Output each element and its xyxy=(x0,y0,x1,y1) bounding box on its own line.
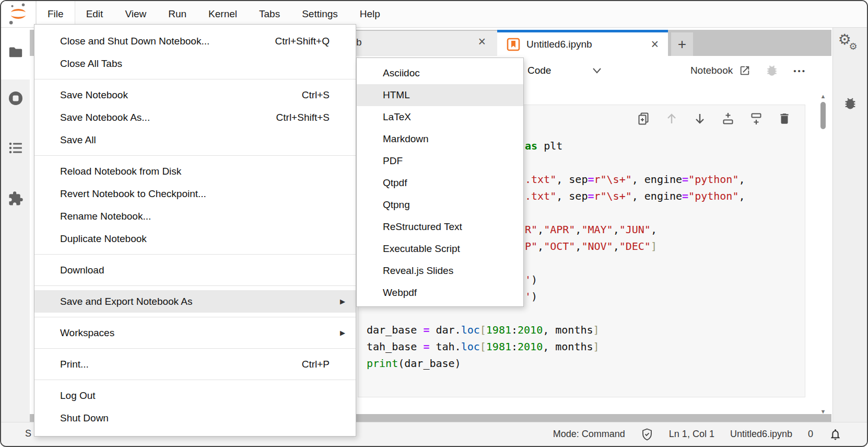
menu-separator xyxy=(34,155,356,156)
jupyterlab-window: b × Untitled6.ipynb × + Code Notebook xyxy=(0,0,868,447)
menu-item[interactable]: Log Out xyxy=(34,384,356,407)
menu-item-html[interactable]: HTML xyxy=(357,84,523,106)
menu-item-qtpdf[interactable]: Qtpdf xyxy=(357,172,523,194)
export-submenu: Asciidoc HTML LaTeX Markdown PDF Qtpdf Q… xyxy=(356,58,524,307)
kernel-status-shield-icon[interactable] xyxy=(641,428,653,441)
notebook-file-icon xyxy=(507,38,520,51)
scroll-down-icon[interactable]: ▼ xyxy=(819,409,827,415)
cell-type-dropdown[interactable]: Code xyxy=(527,56,602,85)
table-of-contents-icon[interactable] xyxy=(7,141,24,155)
left-sidebar xyxy=(1,27,30,425)
duplicate-cell-icon[interactable] xyxy=(637,112,650,125)
close-icon[interactable]: × xyxy=(651,38,659,51)
menu-separator xyxy=(34,79,356,79)
menu-item-pdf[interactable]: PDF xyxy=(357,150,523,172)
cell-type-value: Code xyxy=(527,65,551,76)
jupyter-logo xyxy=(1,1,36,27)
menu-run[interactable]: Run xyxy=(157,1,197,27)
running-kernels-icon[interactable] xyxy=(7,90,24,107)
submenu-arrow-icon: ▶ xyxy=(340,329,345,337)
menu-kernel[interactable]: Kernel xyxy=(197,1,248,27)
shortcut: Ctrl+Shift+Q xyxy=(275,36,330,47)
menu-file[interactable]: File xyxy=(36,1,75,27)
menu-item[interactable]: Rename Notebook... xyxy=(34,205,356,227)
tab-label: Untitled6.ipynb xyxy=(526,39,592,50)
menu-item-revealjs-slides[interactable]: Reveal.js Slides xyxy=(357,260,523,282)
menu-item[interactable]: Reload Notebook from Disk xyxy=(34,160,356,182)
submenu-arrow-icon: ▶ xyxy=(340,297,345,305)
bell-icon[interactable] xyxy=(829,428,842,441)
shortcut: Ctrl+P xyxy=(302,359,330,370)
menu-separator xyxy=(34,380,356,380)
menu-item[interactable]: Duplicate Notebook xyxy=(34,227,356,250)
menu-item[interactable]: Close All Tabs xyxy=(34,52,356,75)
shortcut: Ctrl+S xyxy=(302,89,330,101)
menu-item-executable-script[interactable]: Executable Script xyxy=(357,238,523,260)
menu-help[interactable]: Help xyxy=(349,1,391,27)
move-cell-down-icon[interactable] xyxy=(693,112,707,125)
insert-cell-above-icon[interactable] xyxy=(721,112,735,125)
menu-item-qtpng[interactable]: Qtpng xyxy=(357,194,523,216)
scroll-up-icon[interactable]: ▲ xyxy=(819,94,827,99)
menu-settings[interactable]: Settings xyxy=(291,1,349,27)
simple-mode-label-fragment[interactable]: S xyxy=(25,428,31,439)
cursor-position[interactable]: Ln 1, Col 1 xyxy=(669,429,714,440)
menu-separator xyxy=(34,285,356,286)
scrollbar-thumb[interactable] xyxy=(820,102,826,129)
menu-item[interactable]: Print... Ctrl+P xyxy=(34,353,356,375)
menu-view[interactable]: View xyxy=(114,1,157,27)
notebook-scrollbar[interactable]: ▲ ▼ xyxy=(819,93,827,416)
menu-item-restructured-text[interactable]: ReStructured Text xyxy=(357,216,523,238)
insert-cell-below-icon[interactable] xyxy=(749,112,763,125)
menu-item[interactable]: Workspaces ▶ xyxy=(34,322,356,344)
status-filename: Untitled6.ipynb xyxy=(730,429,792,440)
open-in-jupyter-notebook-button[interactable]: Notebook xyxy=(690,65,750,76)
extension-manager-icon[interactable] xyxy=(8,191,24,207)
debugger-icon[interactable] xyxy=(843,96,858,111)
notifications-count[interactable]: 0 xyxy=(808,429,813,440)
enable-debugger-icon[interactable] xyxy=(765,64,779,77)
cell-toolbar xyxy=(637,112,791,125)
move-cell-up-icon[interactable] xyxy=(665,112,678,125)
close-icon[interactable]: × xyxy=(478,35,486,48)
menu-item-latex[interactable]: LaTeX xyxy=(357,106,523,128)
menu-separator xyxy=(34,317,356,317)
menu-item-markdown[interactable]: Markdown xyxy=(357,128,523,150)
menu-item[interactable]: Download xyxy=(34,259,356,281)
menu-item-save-and-export[interactable]: Save and Export Notebook As ▶ xyxy=(34,290,356,313)
right-sidebar: ⚙⚙ xyxy=(832,27,867,425)
menu-item[interactable]: Close and Shut Down Notebook... Ctrl+Shi… xyxy=(34,30,356,52)
tab-untitled6[interactable]: Untitled6.ipynb × xyxy=(497,30,668,56)
menu-item[interactable]: Save Notebook As... Ctrl+Shift+S xyxy=(34,106,356,129)
chevron-down-icon xyxy=(592,67,602,74)
menu-item-asciidoc[interactable]: Asciidoc xyxy=(357,62,523,84)
shortcut: Ctrl+Shift+S xyxy=(276,112,330,123)
tab-partial[interactable]: b × xyxy=(333,31,497,56)
menu-item[interactable]: Save All xyxy=(34,129,356,151)
menu-separator xyxy=(34,348,356,349)
tab-partial-label: b xyxy=(356,37,362,48)
menu-item[interactable]: Shut Down xyxy=(34,407,356,429)
menu-item[interactable]: Save Notebook Ctrl+S xyxy=(34,84,356,106)
menu-tabs[interactable]: Tabs xyxy=(248,1,291,27)
file-menu: Close and Shut Down Notebook... Ctrl+Shi… xyxy=(34,24,356,437)
delete-cell-icon[interactable] xyxy=(778,112,791,125)
external-link-icon xyxy=(739,65,750,76)
new-tab-button[interactable]: + xyxy=(671,32,693,56)
menu-edit[interactable]: Edit xyxy=(75,1,114,27)
more-options-icon[interactable]: ••• xyxy=(793,66,806,75)
menu-separator xyxy=(34,254,356,255)
editor-mode-indicator: Mode: Command xyxy=(553,429,625,440)
menu-item[interactable]: Revert Notebook to Checkpoint... xyxy=(34,182,356,205)
notebook-label: Notebook xyxy=(690,65,733,76)
file-browser-icon[interactable] xyxy=(7,44,24,60)
menu-item-webpdf[interactable]: Webpdf xyxy=(357,282,523,304)
